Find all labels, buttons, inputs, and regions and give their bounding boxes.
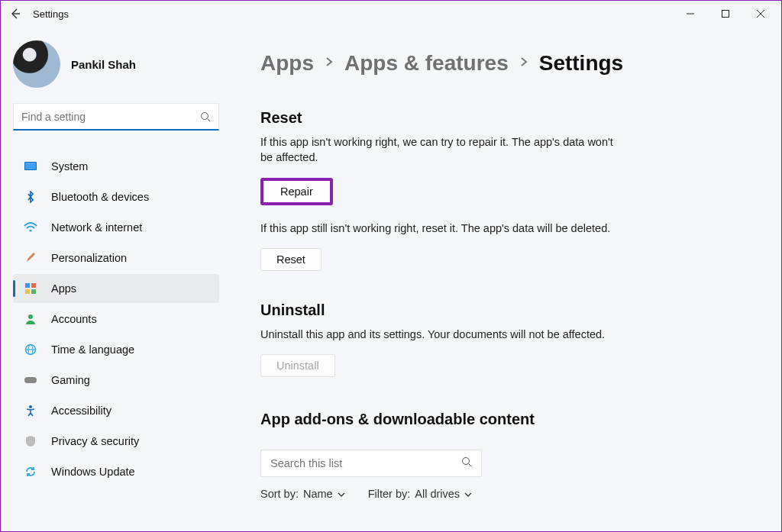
sidebar-item-privacy[interactable]: Privacy & security bbox=[13, 427, 219, 456]
sidebar-item-windows-update[interactable]: Windows Update bbox=[13, 457, 219, 486]
sidebar-item-accessibility[interactable]: Accessibility bbox=[13, 396, 219, 425]
svg-rect-10 bbox=[31, 283, 36, 288]
apps-icon bbox=[24, 282, 37, 295]
paintbrush-icon bbox=[24, 251, 37, 265]
reset-section: Reset If this app isn't working right, w… bbox=[260, 109, 751, 271]
svg-point-19 bbox=[463, 458, 470, 465]
display-icon bbox=[24, 160, 37, 173]
svg-rect-1 bbox=[722, 11, 729, 18]
sidebar-item-label: Accounts bbox=[51, 313, 97, 325]
sidebar-item-system[interactable]: System bbox=[13, 152, 219, 181]
maximize-button[interactable] bbox=[708, 2, 743, 25]
search-box[interactable] bbox=[13, 103, 219, 131]
svg-rect-7 bbox=[25, 163, 36, 169]
update-icon bbox=[24, 465, 37, 479]
sort-label: Sort by: bbox=[260, 488, 299, 500]
search-icon bbox=[461, 456, 472, 470]
addons-search-input[interactable] bbox=[270, 457, 461, 469]
uninstall-section: Uninstall Uninstall this app and its set… bbox=[260, 301, 751, 377]
sidebar-item-label: Bluetooth & devices bbox=[51, 191, 149, 203]
shield-icon bbox=[24, 434, 37, 448]
sidebar-item-label: Personalization bbox=[51, 252, 127, 264]
sort-value: Name bbox=[303, 488, 333, 500]
reset-description: If this app still isn't working right, r… bbox=[260, 221, 688, 236]
profile[interactable]: Pankil Shah bbox=[13, 40, 219, 88]
sidebar-item-label: Windows Update bbox=[51, 466, 135, 478]
svg-line-5 bbox=[208, 118, 211, 121]
nav: System Bluetooth & devices Network & int… bbox=[13, 152, 219, 486]
sidebar-item-bluetooth[interactable]: Bluetooth & devices bbox=[13, 182, 219, 211]
addons-section: App add-ons & downloadable content Sort … bbox=[260, 411, 751, 500]
sidebar-item-label: Accessibility bbox=[51, 405, 111, 417]
minimize-button[interactable] bbox=[673, 2, 708, 25]
uninstall-heading: Uninstall bbox=[260, 301, 751, 319]
filter-value: All drives bbox=[415, 488, 460, 500]
breadcrumb: Apps Apps & features Settings bbox=[260, 51, 751, 76]
sidebar-item-apps[interactable]: Apps bbox=[13, 274, 219, 303]
sidebar-item-label: Apps bbox=[51, 282, 76, 295]
breadcrumb-settings: Settings bbox=[539, 51, 623, 76]
svg-point-8 bbox=[29, 229, 31, 231]
svg-rect-11 bbox=[25, 289, 30, 294]
svg-rect-12 bbox=[31, 289, 36, 294]
sidebar-item-label: Time & language bbox=[51, 343, 134, 356]
repair-description: If this app isn't working right, we can … bbox=[260, 134, 627, 166]
uninstall-description: Uninstall this app and its settings. You… bbox=[260, 327, 688, 342]
reset-button[interactable]: Reset bbox=[260, 248, 322, 271]
breadcrumb-apps[interactable]: Apps bbox=[260, 51, 314, 76]
svg-point-4 bbox=[202, 112, 208, 119]
breadcrumb-apps-features[interactable]: Apps & features bbox=[344, 51, 509, 76]
sidebar-item-personalization[interactable]: Personalization bbox=[13, 243, 219, 272]
sidebar-item-network[interactable]: Network & internet bbox=[13, 213, 219, 242]
chevron-down-icon bbox=[464, 488, 472, 500]
window-title: Settings bbox=[33, 8, 69, 20]
search-icon bbox=[200, 111, 211, 122]
filter-dropdown[interactable]: Filter by: All drives bbox=[368, 488, 472, 500]
filters-row: Sort by: Name Filter by: All drives bbox=[260, 488, 751, 500]
gamepad-icon bbox=[24, 373, 37, 387]
chevron-down-icon bbox=[338, 488, 345, 500]
sort-dropdown[interactable]: Sort by: Name bbox=[260, 488, 345, 500]
chevron-right-icon bbox=[519, 56, 528, 71]
sidebar-item-label: System bbox=[51, 160, 88, 172]
titlebar: Settings bbox=[1, 1, 781, 27]
svg-point-18 bbox=[29, 405, 32, 408]
profile-name: Pankil Shah bbox=[71, 58, 136, 71]
wifi-icon bbox=[24, 221, 37, 234]
avatar bbox=[13, 40, 60, 88]
back-button[interactable] bbox=[8, 7, 22, 21]
svg-point-13 bbox=[28, 314, 33, 319]
person-icon bbox=[24, 312, 37, 326]
reset-heading: Reset bbox=[260, 109, 751, 127]
sidebar-item-label: Privacy & security bbox=[51, 435, 139, 447]
sidebar-item-time-language[interactable]: Time & language bbox=[13, 335, 219, 364]
addons-search-box[interactable] bbox=[260, 450, 482, 477]
sidebar-item-label: Gaming bbox=[51, 374, 90, 386]
addons-heading: App add-ons & downloadable content bbox=[260, 411, 751, 428]
svg-rect-17 bbox=[24, 377, 37, 383]
sidebar-item-gaming[interactable]: Gaming bbox=[13, 366, 219, 395]
filter-label: Filter by: bbox=[368, 488, 411, 500]
window-controls bbox=[673, 2, 778, 25]
accessibility-icon bbox=[24, 404, 37, 418]
sidebar-item-label: Network & internet bbox=[51, 221, 142, 234]
search-input[interactable] bbox=[21, 111, 200, 123]
sidebar-item-accounts[interactable]: Accounts bbox=[13, 305, 219, 334]
bluetooth-icon bbox=[24, 190, 37, 204]
close-button[interactable] bbox=[743, 2, 778, 25]
main-content: Apps Apps & features Settings Reset If t… bbox=[230, 27, 781, 532]
svg-rect-9 bbox=[25, 283, 30, 288]
repair-button[interactable]: Repair bbox=[260, 178, 333, 205]
chevron-right-icon bbox=[325, 56, 334, 71]
globe-icon bbox=[24, 343, 37, 356]
uninstall-button[interactable]: Uninstall bbox=[260, 354, 335, 377]
sidebar: Pankil Shah System Bluetooth & devices N… bbox=[1, 27, 230, 532]
svg-line-20 bbox=[469, 464, 472, 467]
